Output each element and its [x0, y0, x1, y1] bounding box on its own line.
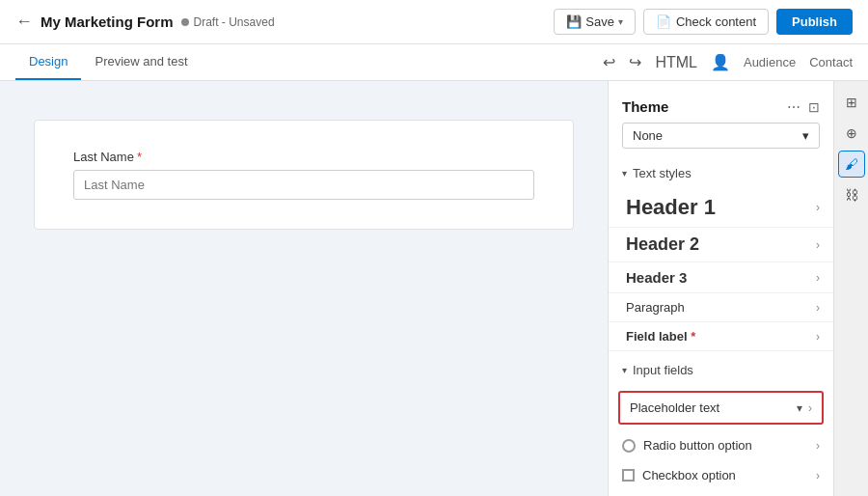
input-fields-label: Input fields	[633, 363, 693, 377]
placeholder-label: Placeholder text	[630, 400, 719, 415]
draft-status: Draft - Unsaved	[194, 15, 275, 29]
field-label-arrow-icon: ›	[816, 330, 820, 344]
input-fields-chevron-icon: ▾	[622, 365, 627, 375]
paint-icon[interactable]: 🖌	[838, 151, 865, 178]
draft-dot-icon	[181, 18, 189, 26]
subnav-tabs: Design Preview and test	[15, 44, 202, 80]
redo-icon[interactable]: ↪	[629, 53, 641, 71]
checkbox-item[interactable]: Checkbox option ›	[609, 460, 833, 490]
required-marker: *	[137, 150, 142, 164]
audience-label: Audience	[744, 55, 796, 69]
field-label-style: Field label *	[626, 329, 695, 344]
radio-circle-icon	[622, 439, 636, 453]
publish-button[interactable]: Publish	[776, 9, 853, 35]
undo-icon[interactable]: ↩	[603, 53, 615, 71]
h1-arrow-icon: ›	[816, 201, 820, 214]
theme-header-icons: ⋯ ⊡	[787, 99, 820, 115]
check-content-label: Check content	[676, 14, 756, 29]
h3-arrow-icon: ›	[816, 271, 820, 285]
more-options-icon[interactable]: ⋯	[787, 99, 800, 115]
tab-preview[interactable]: Preview and test	[81, 44, 201, 80]
field-label-required: *	[691, 329, 695, 344]
expand-icon[interactable]: ⊡	[808, 99, 820, 115]
style-item-h1[interactable]: Header 1 ›	[609, 188, 833, 228]
theme-value: None	[633, 128, 663, 143]
placeholder-dropdown-chevron: ▾	[797, 401, 802, 415]
topbar: ← My Marketing Form Draft - Unsaved 💾 Sa…	[0, 0, 868, 44]
style-item-h3[interactable]: Header 3 ›	[609, 262, 833, 293]
topbar-left: ← My Marketing Form Draft - Unsaved	[15, 12, 275, 32]
check-icon: 📄	[656, 14, 671, 29]
input-fields-section: ▾ Input fields Placeholder text ▾ ›	[609, 355, 833, 490]
placeholder-arrow-icon: ›	[808, 401, 812, 415]
h3-label: Header 3	[626, 269, 687, 286]
theme-dropdown[interactable]: None ▾	[622, 123, 820, 149]
text-styles-chevron-icon: ▾	[622, 168, 627, 179]
right-panel: Theme ⋯ ⊡ None ▾ ▾ Text styles Header 1 …	[608, 81, 868, 496]
theme-header: Theme ⋯ ⊡	[609, 93, 833, 123]
last-name-input[interactable]	[73, 170, 534, 200]
radio-item-left: Radio button option	[622, 438, 752, 453]
save-label: Save	[585, 14, 614, 29]
checkbox-arrow-icon: ›	[816, 469, 820, 482]
theme-dropdown-chevron: ▾	[802, 128, 809, 143]
checkbox-label: Checkbox option	[642, 468, 736, 482]
theme-title: Theme	[622, 98, 668, 115]
text-styles-label: Text styles	[633, 166, 692, 180]
radio-label: Radio button option	[643, 438, 752, 453]
field-label: Last Name*	[73, 150, 534, 164]
checkbox-square-icon	[622, 469, 635, 482]
paragraph-label: Paragraph	[626, 300, 685, 315]
paragraph-arrow-icon: ›	[816, 301, 820, 315]
check-content-button[interactable]: 📄 Check content	[643, 9, 769, 35]
h1-label: Header 1	[626, 195, 716, 220]
h2-label: Header 2	[626, 234, 699, 255]
main-content: Last Name* Theme ⋯ ⊡ None ▾ ▾	[0, 81, 868, 496]
subnav-right: ↩ ↪ HTML 👤 Audience Contact	[603, 53, 853, 71]
html-label[interactable]: HTML	[655, 54, 697, 71]
theme-section: Theme ⋯ ⊡ None ▾ ▾ Text styles Header 1 …	[609, 81, 833, 496]
checkbox-item-left: Checkbox option	[622, 468, 736, 482]
topbar-right: 💾 Save ▾ 📄 Check content Publish	[554, 9, 853, 35]
canvas-area: Last Name*	[0, 81, 608, 496]
contact-label: Contact	[809, 55, 853, 69]
save-chevron-icon: ▾	[618, 16, 623, 27]
side-icons: ⊞ ⊕ 🖌 ⛓	[833, 81, 868, 496]
save-icon: 💾	[566, 14, 582, 29]
h2-arrow-icon: ›	[816, 238, 820, 252]
input-fields-header[interactable]: ▾ Input fields	[609, 355, 833, 385]
save-button[interactable]: 💾 Save ▾	[554, 9, 636, 35]
placeholder-text-item[interactable]: Placeholder text ▾ ›	[618, 391, 824, 425]
text-styles-header[interactable]: ▾ Text styles	[609, 158, 833, 188]
subnav: Design Preview and test ↩ ↪ HTML 👤 Audie…	[0, 44, 868, 81]
tab-design[interactable]: Design	[15, 44, 81, 80]
style-item-h2[interactable]: Header 2 ›	[609, 228, 833, 262]
draft-badge: Draft - Unsaved	[181, 15, 275, 29]
form-canvas: Last Name*	[34, 120, 574, 230]
radio-arrow-icon: ›	[816, 439, 820, 453]
form-title: My Marketing Form	[41, 14, 174, 30]
grid-icon[interactable]: ⊞	[838, 89, 865, 116]
style-item-paragraph[interactable]: Paragraph ›	[609, 293, 833, 322]
audience-icon[interactable]: 👤	[711, 53, 730, 71]
back-icon[interactable]: ←	[15, 12, 33, 32]
style-item-field-label[interactable]: Field label * ›	[609, 322, 833, 351]
plus-square-icon[interactable]: ⊕	[838, 120, 865, 147]
link-icon[interactable]: ⛓	[838, 181, 865, 208]
radio-button-item[interactable]: Radio button option ›	[609, 430, 833, 460]
placeholder-item-left: Placeholder text	[630, 400, 719, 415]
